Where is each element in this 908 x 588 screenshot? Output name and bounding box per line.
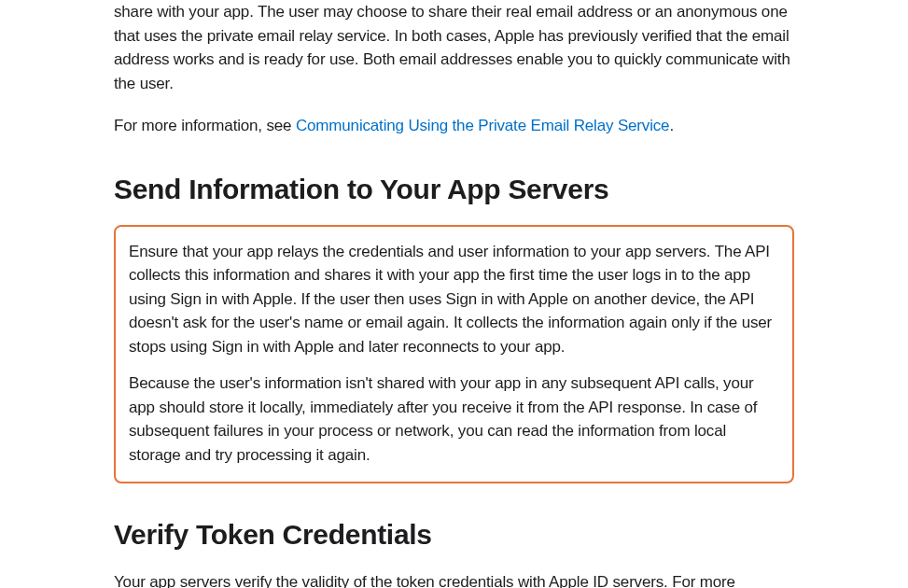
private-email-relay-link[interactable]: Communicating Using the Private Email Re… xyxy=(296,117,669,134)
send-info-heading: Send Information to Your App Servers xyxy=(114,168,794,210)
more-info-prefix: For more information, see xyxy=(114,117,296,134)
important-callout: Ensure that your app relays the credenti… xyxy=(114,225,794,484)
period-text: . xyxy=(669,117,674,134)
verify-token-paragraph: Your app servers verify the validity of … xyxy=(114,570,794,588)
send-info-para2: Because the user's information isn't sha… xyxy=(129,371,779,467)
send-info-para1: Ensure that your app relays the credenti… xyxy=(129,240,779,359)
verify-prefix: Your app servers verify the validity of … xyxy=(114,573,735,588)
verify-token-heading: Verify Token Credentials xyxy=(114,513,794,555)
email-relay-paragraph: share with your app. The user may choose… xyxy=(114,0,794,95)
more-info-paragraph: For more information, see Communicating … xyxy=(114,114,794,138)
